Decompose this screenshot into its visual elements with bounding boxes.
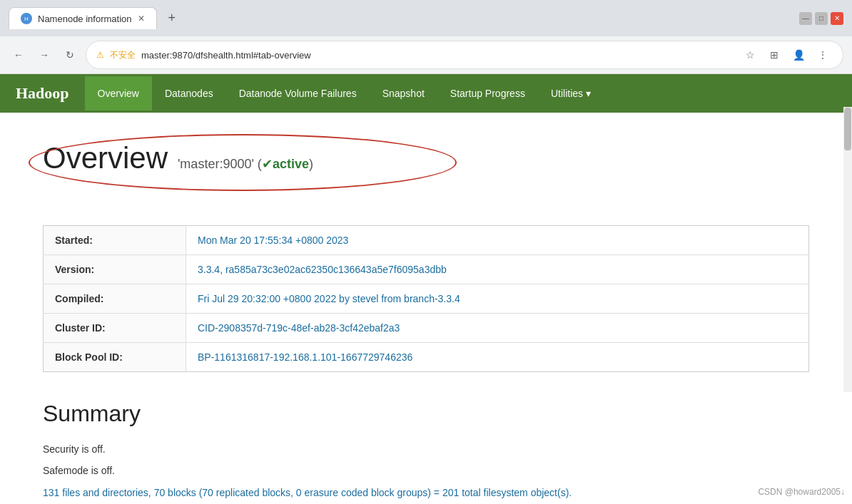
minimize-button[interactable]: — [799, 12, 812, 25]
lock-icon: ⚠ [96, 50, 104, 60]
address-prefix: 不安全 [110, 49, 136, 61]
favicon-icon: H [21, 13, 32, 24]
scrollbar-thumb[interactable] [844, 108, 851, 150]
overview-subtitle-text: 'master:9000' ( [178, 157, 262, 171]
tab-title: Namenode information [38, 14, 132, 24]
table-row: Block Pool ID: BP-1161316817-192.168.1.1… [44, 343, 809, 372]
nav-snapshot[interactable]: Snapshot [370, 76, 437, 110]
close-tab-button[interactable]: ✕ [138, 14, 145, 24]
value-block-pool-id[interactable]: BP-1161316817-192.168.1.101-166772974623… [186, 343, 809, 372]
value-version: 3.3.4, ra585a73c3e02ac62350c136643a5e7f6… [186, 255, 809, 284]
overview-title: Overview [43, 141, 168, 175]
forward-button[interactable]: → [34, 45, 54, 65]
address-text: master:9870/dfshealth.html#tab-overview [141, 50, 734, 61]
table-row: Started: Mon Mar 20 17:55:34 +0800 2023 [44, 226, 809, 255]
summary-title: Summary [43, 401, 809, 427]
summary-files[interactable]: 131 files and directories, 70 blocks (70… [43, 485, 809, 500]
value-compiled: Fri Jul 29 20:32:00 +0800 2022 by stevel… [186, 284, 809, 314]
nav-links: Overview Datanodes Datanode Volume Failu… [85, 76, 604, 110]
block-pool-id-link: BP-1161316817-192.168.1.101-166772974623… [198, 351, 412, 363]
browser-tab[interactable]: H Namenode information ✕ [9, 7, 157, 29]
overview-section: Overview 'master:9000' (✔active) [43, 141, 313, 175]
nav-datanodes[interactable]: Datanodes [152, 76, 226, 110]
nav-utilities[interactable]: Utilities ▾ [538, 76, 604, 110]
label-compiled: Compiled: [44, 284, 186, 314]
overview-subtitle: 'master:9000' (✔active) [178, 157, 313, 171]
titlebar: H Namenode information ✕ + — □ ✕ [0, 0, 852, 36]
address-actions: ☆ ⊞ 👤 ⋮ [740, 45, 833, 65]
address-bar[interactable]: ⚠ 不安全 master:9870/dfshealth.html#tab-ove… [86, 41, 843, 69]
label-cluster-id: Cluster ID: [44, 314, 186, 343]
overview-subtitle-end: ) [309, 157, 313, 171]
nav-overview[interactable]: Overview [85, 76, 152, 110]
cluster-id-link: CID-2908357d-719c-48ef-ab28-3cf42ebaf2a3 [198, 322, 400, 334]
address-bar-row: ← → ↻ ⚠ 不安全 master:9870/dfshealth.html#t… [0, 36, 852, 73]
hadoop-brand: Hadoop [0, 74, 85, 113]
menu-button[interactable]: ⋮ [813, 45, 833, 65]
table-row: Version: 3.3.4, ra585a73c3e02ac62350c136… [44, 255, 809, 284]
nav-startup-progress[interactable]: Startup Progress [437, 76, 538, 110]
back-button[interactable]: ← [9, 45, 29, 65]
value-started: Mon Mar 20 17:55:34 +0800 2023 [186, 226, 809, 255]
hadoop-navbar: Hadoop Overview Datanodes Datanode Volum… [0, 74, 852, 113]
new-tab-button[interactable]: + [160, 6, 185, 31]
label-block-pool-id: Block Pool ID: [44, 343, 186, 372]
label-version: Version: [44, 255, 186, 284]
table-row: Cluster ID: CID-2908357d-719c-48ef-ab28-… [44, 314, 809, 343]
value-cluster-id[interactable]: CID-2908357d-719c-48ef-ab28-3cf42ebaf2a3 [186, 314, 809, 343]
extensions-button[interactable]: ⊞ [764, 45, 784, 65]
info-table: Started: Mon Mar 20 17:55:34 +0800 2023 … [43, 225, 809, 372]
summary-security: Security is off. [43, 441, 809, 457]
bookmark-button[interactable]: ☆ [740, 45, 760, 65]
refresh-button[interactable]: ↻ [60, 45, 80, 65]
scrollbar[interactable] [843, 107, 852, 392]
label-started: Started: [44, 226, 186, 255]
browser-chrome: H Namenode information ✕ + — □ ✕ ← → ↻ ⚠… [0, 0, 852, 74]
close-button[interactable]: ✕ [831, 12, 843, 25]
maximize-button[interactable]: □ [815, 12, 828, 25]
profile-button[interactable]: 👤 [788, 45, 808, 65]
summary-safemode: Safemode is off. [43, 463, 809, 478]
watermark: CSDN @howard2005↓ [758, 487, 845, 497]
table-row: Compiled: Fri Jul 29 20:32:00 +0800 2022… [44, 284, 809, 314]
main-content: Overview 'master:9000' (✔active) Started… [0, 113, 852, 504]
active-label: active [273, 157, 309, 171]
nav-datanode-volume-failures[interactable]: Datanode Volume Failures [226, 76, 370, 110]
summary-section: Summary Security is off. Safemode is off… [43, 401, 809, 504]
check-icon: ✔ [262, 157, 273, 171]
